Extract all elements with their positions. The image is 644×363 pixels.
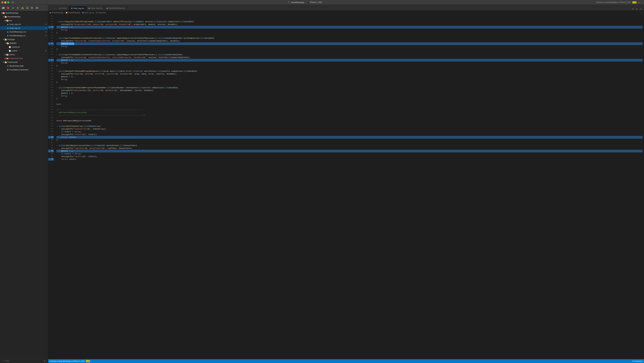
list-btn[interactable] bbox=[35, 6, 39, 10]
expand-left-icon[interactable]: ⟨ bbox=[640, 12, 641, 14]
line-numbers: 41 42 43 44 45 46 47 48 49 50 51 52 53 5… bbox=[48, 15, 55, 359]
code-content[interactable]: - (void)beginFetchWithPreparedURL:(id)pr… bbox=[55, 15, 644, 359]
tab-cursor[interactable]: ⊞ cursor bbox=[57, 6, 69, 10]
sidebar-item-label: libs bbox=[9, 20, 12, 22]
breadcrumb-item-folder[interactable]: HookWhatsApp bbox=[68, 12, 80, 14]
file-icon: ◼ bbox=[6, 34, 9, 37]
tab-bar-left: ‹ › bbox=[48, 8, 57, 10]
code-line-61: - (void)handlePreChatdABPropsResponse:(i… bbox=[56, 70, 642, 72]
breadcrumb-item-file[interactable]: hook_reg.xm bbox=[84, 12, 94, 14]
sidebar-item-control[interactable]: 📄 control M bbox=[0, 49, 48, 53]
editor-options-icon[interactable]: ☷ bbox=[640, 8, 642, 10]
svg-rect-16 bbox=[2, 12, 4, 12]
status-warning-badge[interactable]: ⚠ 6 bbox=[86, 360, 90, 362]
tab-icon: ◼ bbox=[71, 7, 72, 9]
sidebar-item-hookhooksapp-inner[interactable]: ▼ HookWhatsApp bbox=[0, 15, 48, 18]
tab-hook-reg-mm[interactable]: ◼ hook_reg.mm bbox=[86, 6, 104, 10]
sidebar-item-hookhooksapp-root[interactable]: ▼ HookWhatsApp bbox=[0, 11, 48, 15]
breakpoint-btn[interactable] bbox=[16, 6, 20, 10]
status-bar: Finished running WhatsApp on iPhone7_133… bbox=[48, 359, 644, 363]
line-num-86: 86 bbox=[48, 139, 54, 142]
traffic-lights bbox=[2, 2, 9, 4]
line-num-82: 82 bbox=[48, 128, 54, 130]
nav-forward-button[interactable]: › bbox=[53, 8, 56, 10]
close-button[interactable] bbox=[2, 2, 4, 4]
expand-right-icon[interactable]: ⟩ bbox=[642, 12, 642, 14]
code-line-48 bbox=[56, 34, 642, 37]
add-tab-button[interactable]: ＋ bbox=[641, 1, 642, 4]
app-name: HookWhatsApp bbox=[291, 2, 304, 4]
sidebar-item-library[interactable]: ▶ Library bbox=[0, 53, 48, 56]
svg-rect-22 bbox=[5, 38, 6, 39]
sidebar-item-hookhooksapp-mm[interactable]: ◼ HookWhatsApp.mm M bbox=[0, 30, 48, 34]
sidebar-item-hook-reg-mm[interactable]: ◼ hook_reg.mm M bbox=[0, 22, 48, 26]
breadcrumb-item-selection[interactable]: No Selection bbox=[96, 12, 106, 14]
sidebar-item-libs[interactable]: ▶ libs bbox=[0, 18, 48, 22]
stop-btn[interactable] bbox=[6, 6, 10, 10]
code-editor[interactable]: 41 42 43 44 45 46 47 48 49 50 51 52 53 5… bbox=[48, 15, 644, 359]
sidebar-toggle-icon[interactable] bbox=[12, 1, 14, 4]
navigator-folder-btn[interactable] bbox=[2, 6, 5, 10]
tag-btn[interactable] bbox=[30, 6, 34, 10]
tab-icon: ◼ bbox=[106, 7, 108, 9]
svg-point-11 bbox=[32, 8, 32, 8]
sidebar-item-debian[interactable]: ▼ DEBIAN bbox=[0, 41, 48, 45]
sidebar-item-label: DEBIAN bbox=[10, 42, 16, 44]
nav-back-button[interactable]: ‹ bbox=[49, 8, 52, 10]
code-line-86: } bbox=[56, 139, 642, 142]
step-over-btn[interactable] bbox=[11, 6, 15, 10]
tab-hookhooksapp-xm[interactable]: ◼ HookWhatsApp.xm bbox=[104, 6, 127, 10]
sidebar-item-foundation[interactable]: 🔷 Foundation.framework bbox=[0, 68, 48, 72]
collapse-icon[interactable]: ↕ bbox=[46, 360, 47, 362]
file-icon: ◼ bbox=[6, 30, 9, 33]
chevron-down-icon: ▼ bbox=[3, 16, 4, 18]
svg-rect-30 bbox=[5, 61, 6, 62]
sidebar-item-libsubstrate[interactable]: ⚙ libsubstrate.dylib bbox=[0, 64, 48, 68]
device-selector[interactable]: 📱 iPhone7_1331 bbox=[307, 1, 322, 4]
line-num-61: 61 bbox=[48, 70, 54, 72]
sidebar-item-hook-reg-xm[interactable]: ◼ hook_reg.xm M bbox=[0, 26, 48, 30]
line-num-63: 63 bbox=[48, 75, 54, 78]
line-num-55: 55 bbox=[48, 53, 54, 56]
warning-count: 6 bbox=[635, 2, 636, 3]
editor-layout-icon[interactable]: ☰ bbox=[636, 8, 638, 10]
sidebar-item-control-txt[interactable]: 📄 control.txt bbox=[0, 45, 48, 49]
sidebar-item-package[interactable]: ▼ Package bbox=[0, 38, 48, 41]
line-num-42: 42 bbox=[48, 18, 54, 20]
line-num-73: 73 bbox=[48, 103, 54, 106]
code-line-50: iosLogInfo("session=%@, isUpdateRegToken… bbox=[56, 40, 642, 42]
sidebar-item-hookhooksapp-xm[interactable]: ◼ HookWhatsApp.xm M bbox=[0, 34, 48, 38]
sidebar-item-supporting-files[interactable]: ▶ Supporting Files bbox=[0, 56, 48, 60]
sidebar-item-label: Frameworks bbox=[8, 61, 18, 63]
code-line-76: WAPreparedRegistrationURL bbox=[56, 111, 642, 114]
filter-input[interactable] bbox=[6, 360, 43, 362]
sidebar-tree: ▼ HookWhatsApp ▼ HookWhatsApp ▶ bbox=[0, 11, 48, 359]
code-line-64: %orig; bbox=[56, 78, 642, 81]
code-line-43: - (void)beginFetchWithPreparedURL:(id)pr… bbox=[56, 20, 642, 23]
sidebar-item-label: Package bbox=[8, 38, 15, 40]
sidebar-item-label: Foundation.framework bbox=[10, 69, 28, 71]
sidebar-item-frameworks[interactable]: ▼ Frameworks bbox=[0, 60, 48, 64]
file-icon: ◼ bbox=[6, 27, 9, 29]
warning-badge[interactable]: ⚠ 6 bbox=[632, 2, 636, 4]
folder-icon bbox=[4, 38, 7, 40]
line-num-64: 64 bbox=[48, 78, 54, 81]
warning-btn[interactable] bbox=[21, 6, 24, 10]
line-num-66: 66 bbox=[48, 84, 54, 86]
breadcrumb-item-app[interactable]: HookWhatsApp bbox=[52, 12, 64, 14]
status-text: Finished running WhatsApp on iPhone7_133… bbox=[50, 360, 85, 362]
svg-rect-1 bbox=[13, 2, 14, 4]
maximize-button[interactable] bbox=[7, 2, 9, 4]
tab-hook-reg-xm[interactable]: ◼ hook_reg.xm bbox=[69, 6, 86, 10]
settings-icon[interactable]: ⚙ bbox=[44, 360, 46, 362]
folder-icon bbox=[4, 16, 7, 18]
line-num-75: 75 bbox=[48, 108, 54, 111]
bookmark-btn[interactable] bbox=[26, 6, 29, 10]
folder-icon bbox=[6, 42, 9, 44]
minimize-button[interactable] bbox=[4, 2, 6, 4]
code-line-77: ----------------------------------------… bbox=[56, 114, 642, 117]
split-view-icon[interactable]: ⧉ bbox=[631, 8, 634, 10]
add-file-icon[interactable]: ＋ bbox=[1, 360, 3, 362]
line-num-59: 59 bbox=[48, 64, 54, 67]
sidebar-item-label: HookWhatsApp bbox=[5, 12, 18, 14]
